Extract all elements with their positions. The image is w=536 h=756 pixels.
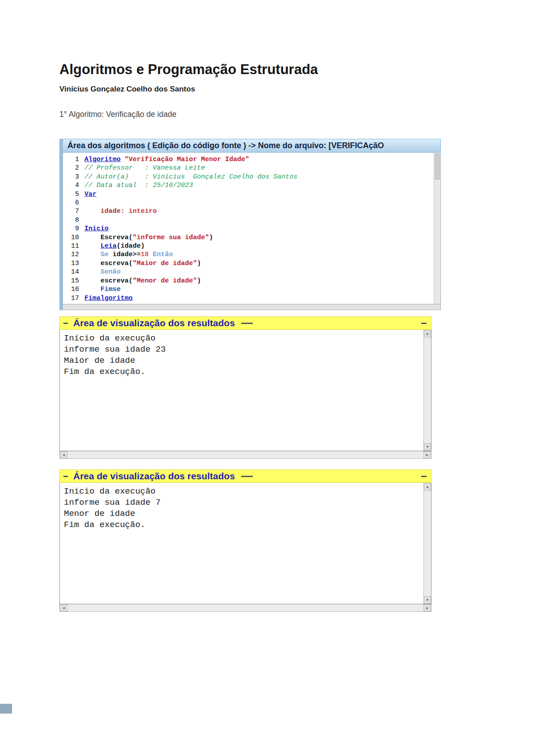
vertical-scrollbar[interactable]: ▲ ▼ xyxy=(423,330,431,451)
scroll-left-button[interactable]: ◄ xyxy=(60,451,67,458)
results-panel-2: Área de visualização dos resultados Iníc… xyxy=(59,469,431,612)
code-line[interactable]: 17Fimalgoritmo xyxy=(63,294,434,303)
code-line[interactable]: 14 Senão xyxy=(63,268,434,276)
results-header: Área de visualização dos resultados xyxy=(59,469,431,483)
page-title: Algoritmos e Programação Estruturada xyxy=(59,62,536,78)
editor-scroll-thumb[interactable] xyxy=(435,154,440,179)
results-body: Início da execuçãoinforme sua idade 7Men… xyxy=(59,483,431,604)
code-line[interactable]: 3// Autor(a) : Vinicius Gonçalez Coelho … xyxy=(63,173,434,181)
editor-header-text: Área dos algoritmos ( Edição do código f… xyxy=(67,141,384,150)
dash-decoration-icon xyxy=(421,323,427,324)
results-header: Área de visualização dos resultados xyxy=(59,316,431,330)
vertical-scrollbar[interactable]: ▲ ▼ xyxy=(423,483,431,604)
page-author: Vinícius Gonçalez Coelho dos Santos xyxy=(59,85,536,94)
line-number: 14 xyxy=(63,268,84,276)
line-number: 6 xyxy=(63,199,84,207)
dash-decoration-icon xyxy=(241,323,253,324)
scroll-down-button[interactable]: ▼ xyxy=(424,596,431,604)
line-number: 17 xyxy=(63,294,84,303)
scrollbar-track[interactable] xyxy=(67,604,423,611)
code-line[interactable]: 15 escreva("Menor de idade") xyxy=(63,277,434,285)
output-line: Fim da execução. xyxy=(64,519,419,531)
scrollbar-track[interactable] xyxy=(424,490,431,596)
line-number: 12 xyxy=(63,250,84,259)
horizontal-scrollbar[interactable]: ◄ ► xyxy=(59,604,431,612)
algorithm-editor-panel: Área dos algoritmos ( Edição do código f… xyxy=(59,139,441,310)
line-number: 10 xyxy=(63,233,84,242)
code-line[interactable]: 11 Leia(idade) xyxy=(63,242,434,250)
scroll-up-button[interactable]: ▲ xyxy=(424,330,431,337)
line-number: 7 xyxy=(63,207,84,216)
line-number: 5 xyxy=(63,190,84,199)
results-body: Início da execuçãoinforme sua idade 23Ma… xyxy=(59,330,431,451)
section-heading: 1° Algoritmo: Verificação de idade xyxy=(59,110,536,119)
line-number: 13 xyxy=(63,259,84,268)
line-number: 1 xyxy=(63,155,84,164)
line-number: 3 xyxy=(63,173,84,181)
code-line[interactable]: 7 idade: inteiro xyxy=(63,207,434,216)
code-line[interactable]: 4// Data atual : 25/10/2023 xyxy=(63,181,434,190)
editor-vertical-scrollbar[interactable] xyxy=(434,153,440,304)
document-page: Algoritmos e Programação Estruturada Vin… xyxy=(0,0,536,756)
code-line[interactable]: 12 Se idade>=18 Então xyxy=(63,250,434,259)
line-number: 9 xyxy=(63,224,84,233)
results-panel-1: Área de visualização dos resultados Iníc… xyxy=(59,316,431,459)
next-image-edge-artifact xyxy=(0,704,12,714)
code-line[interactable]: 5Var xyxy=(63,190,434,199)
line-number: 11 xyxy=(63,242,84,250)
code-line[interactable]: 16 Fimse xyxy=(63,285,434,294)
code-line[interactable]: 9Inicio xyxy=(63,224,434,233)
results-title: Área de visualização dos resultados xyxy=(73,318,235,328)
line-number: 8 xyxy=(63,216,84,224)
results-title: Área de visualização dos resultados xyxy=(73,471,235,482)
output-text-area: Início da execuçãoinforme sua idade 23Ma… xyxy=(60,330,423,451)
output-line: informe sua idade 7 xyxy=(64,497,419,508)
line-number: 16 xyxy=(63,285,84,294)
editor-header-bar: Área dos algoritmos ( Edição do código f… xyxy=(63,139,441,153)
output-line: Menor de idade xyxy=(64,508,419,519)
code-line[interactable]: 8 xyxy=(63,216,434,224)
code-editor-text[interactable]: 1Algoritmo "Verificação Maior Menor Idad… xyxy=(63,153,434,304)
scrollbar-track[interactable] xyxy=(424,337,431,443)
code-line[interactable]: 2// Professor : Vanessa Leite xyxy=(63,164,434,172)
horizontal-scrollbar[interactable]: ◄ ► xyxy=(59,451,431,459)
dash-decoration-icon xyxy=(63,476,68,477)
editor-body: 1Algoritmo "Verificação Maior Menor Idad… xyxy=(63,153,441,304)
code-line[interactable]: 1Algoritmo "Verificação Maior Menor Idad… xyxy=(63,155,434,164)
output-line: Fim da execução. xyxy=(64,366,419,378)
scroll-down-button[interactable]: ▼ xyxy=(424,443,431,451)
scroll-left-button[interactable]: ◄ xyxy=(60,604,67,611)
dash-decoration-icon xyxy=(421,476,427,477)
line-number: 4 xyxy=(63,181,84,190)
output-line: Início da execução xyxy=(64,333,419,344)
dash-decoration-icon xyxy=(241,476,253,477)
output-line: Maior de idade xyxy=(64,355,419,366)
editor-horizontal-scrollbar[interactable] xyxy=(63,304,441,310)
output-line: informe sua idade 23 xyxy=(64,344,419,355)
scroll-up-button[interactable]: ▲ xyxy=(424,483,431,490)
line-number: 15 xyxy=(63,277,84,285)
scroll-right-button[interactable]: ► xyxy=(423,604,431,611)
code-line[interactable]: 13 escreva("Maior de idade") xyxy=(63,259,434,268)
output-line: Início da execução xyxy=(64,486,419,497)
dash-decoration-icon xyxy=(63,323,68,324)
code-line[interactable]: 6 xyxy=(63,199,434,207)
output-text-area: Início da execuçãoinforme sua idade 7Men… xyxy=(60,483,423,604)
code-line[interactable]: 10 Escreva("informe sua idade") xyxy=(63,233,434,242)
line-number: 2 xyxy=(63,164,84,172)
scrollbar-track[interactable] xyxy=(67,451,423,458)
scroll-right-button[interactable]: ► xyxy=(423,451,431,458)
